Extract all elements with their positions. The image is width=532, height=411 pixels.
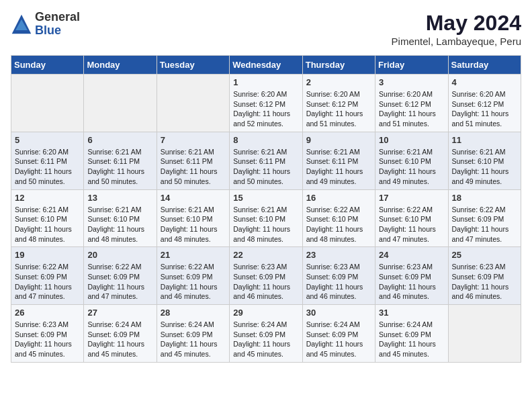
day-number: 15 bbox=[233, 193, 298, 203]
day-info: Sunrise: 6:21 AM Sunset: 6:10 PM Dayligh… bbox=[87, 205, 152, 244]
day-info: Sunrise: 6:22 AM Sunset: 6:09 PM Dayligh… bbox=[452, 205, 517, 244]
day-info: Sunrise: 6:21 AM Sunset: 6:10 PM Dayligh… bbox=[15, 205, 80, 244]
day-info: Sunrise: 6:21 AM Sunset: 6:11 PM Dayligh… bbox=[161, 147, 226, 187]
day-number: 7 bbox=[161, 135, 226, 145]
calendar-cell: 4Sunrise: 6:20 AM Sunset: 6:12 PM Daylig… bbox=[448, 75, 521, 132]
day-number: 21 bbox=[161, 250, 226, 260]
calendar-cell: 23Sunrise: 6:23 AM Sunset: 6:09 PM Dayli… bbox=[302, 247, 375, 305]
calendar-cell: 21Sunrise: 6:22 AM Sunset: 6:09 PM Dayli… bbox=[157, 247, 229, 305]
day-number: 30 bbox=[306, 308, 371, 318]
day-info: Sunrise: 6:21 AM Sunset: 6:11 PM Dayligh… bbox=[306, 147, 371, 187]
day-number: 20 bbox=[87, 250, 152, 260]
calendar-cell: 13Sunrise: 6:21 AM Sunset: 6:10 PM Dayli… bbox=[84, 189, 157, 247]
calendar-cell: 30Sunrise: 6:24 AM Sunset: 6:09 PM Dayli… bbox=[302, 305, 375, 363]
day-info: Sunrise: 6:21 AM Sunset: 6:10 PM Dayligh… bbox=[452, 147, 517, 187]
calendar-cell: 25Sunrise: 6:23 AM Sunset: 6:09 PM Dayli… bbox=[448, 247, 521, 305]
day-info: Sunrise: 6:23 AM Sunset: 6:09 PM Dayligh… bbox=[379, 262, 444, 302]
calendar-cell: 2Sunrise: 6:20 AM Sunset: 6:12 PM Daylig… bbox=[302, 75, 375, 132]
calendar-cell: 14Sunrise: 6:21 AM Sunset: 6:10 PM Dayli… bbox=[157, 189, 229, 247]
day-number: 19 bbox=[15, 250, 80, 260]
calendar-cell: 5Sunrise: 6:20 AM Sunset: 6:11 PM Daylig… bbox=[11, 132, 84, 189]
day-info: Sunrise: 6:22 AM Sunset: 6:09 PM Dayligh… bbox=[161, 262, 226, 302]
calendar-cell: 27Sunrise: 6:24 AM Sunset: 6:09 PM Dayli… bbox=[84, 305, 157, 363]
calendar-cell: 15Sunrise: 6:21 AM Sunset: 6:10 PM Dayli… bbox=[230, 189, 302, 247]
day-info: Sunrise: 6:23 AM Sunset: 6:09 PM Dayligh… bbox=[306, 262, 371, 302]
day-number: 25 bbox=[452, 250, 517, 260]
day-number: 11 bbox=[452, 135, 517, 145]
day-number: 22 bbox=[233, 250, 298, 260]
calendar-cell: 26Sunrise: 6:23 AM Sunset: 6:09 PM Dayli… bbox=[11, 305, 84, 363]
logo-icon bbox=[11, 13, 32, 35]
day-number: 6 bbox=[87, 135, 152, 145]
day-info: Sunrise: 6:22 AM Sunset: 6:09 PM Dayligh… bbox=[15, 262, 80, 302]
day-info: Sunrise: 6:24 AM Sunset: 6:09 PM Dayligh… bbox=[306, 320, 371, 359]
calendar-cell: 11Sunrise: 6:21 AM Sunset: 6:10 PM Dayli… bbox=[448, 132, 521, 189]
day-info: Sunrise: 6:21 AM Sunset: 6:11 PM Dayligh… bbox=[233, 147, 298, 187]
weekday-header-wednesday: Wednesday bbox=[230, 56, 302, 75]
day-number: 14 bbox=[161, 193, 226, 203]
day-info: Sunrise: 6:21 AM Sunset: 6:10 PM Dayligh… bbox=[161, 205, 226, 244]
calendar-cell: 8Sunrise: 6:21 AM Sunset: 6:11 PM Daylig… bbox=[230, 132, 302, 189]
day-number: 2 bbox=[306, 77, 371, 87]
calendar-cell: 22Sunrise: 6:23 AM Sunset: 6:09 PM Dayli… bbox=[230, 247, 302, 305]
day-number: 18 bbox=[452, 193, 517, 203]
main-title: May 2024 bbox=[392, 11, 521, 36]
calendar-cell: 9Sunrise: 6:21 AM Sunset: 6:11 PM Daylig… bbox=[302, 132, 375, 189]
logo-text: General Blue bbox=[35, 11, 80, 38]
calendar-week-2: 5Sunrise: 6:20 AM Sunset: 6:11 PM Daylig… bbox=[11, 132, 521, 189]
day-info: Sunrise: 6:21 AM Sunset: 6:10 PM Dayligh… bbox=[233, 205, 298, 244]
day-number: 16 bbox=[306, 193, 371, 203]
calendar-cell: 31Sunrise: 6:24 AM Sunset: 6:09 PM Dayli… bbox=[375, 305, 448, 363]
day-info: Sunrise: 6:24 AM Sunset: 6:09 PM Dayligh… bbox=[161, 320, 226, 359]
day-info: Sunrise: 6:21 AM Sunset: 6:11 PM Dayligh… bbox=[87, 147, 152, 187]
logo-blue-text: Blue bbox=[35, 24, 80, 38]
day-info: Sunrise: 6:20 AM Sunset: 6:12 PM Dayligh… bbox=[306, 89, 371, 129]
day-number: 5 bbox=[15, 135, 80, 145]
calendar-cell: 17Sunrise: 6:22 AM Sunset: 6:10 PM Dayli… bbox=[375, 189, 448, 247]
day-info: Sunrise: 6:22 AM Sunset: 6:09 PM Dayligh… bbox=[87, 262, 152, 302]
page-header: General Blue May 2024 Pimentel, Lambayeq… bbox=[11, 11, 521, 47]
calendar-cell: 29Sunrise: 6:24 AM Sunset: 6:09 PM Dayli… bbox=[230, 305, 302, 363]
day-number: 3 bbox=[379, 77, 444, 87]
calendar-week-4: 19Sunrise: 6:22 AM Sunset: 6:09 PM Dayli… bbox=[11, 247, 521, 305]
calendar-cell: 7Sunrise: 6:21 AM Sunset: 6:11 PM Daylig… bbox=[157, 132, 229, 189]
day-info: Sunrise: 6:20 AM Sunset: 6:12 PM Dayligh… bbox=[452, 89, 517, 129]
day-info: Sunrise: 6:24 AM Sunset: 6:09 PM Dayligh… bbox=[379, 320, 444, 359]
calendar-table: SundayMondayTuesdayWednesdayThursdayFrid… bbox=[11, 55, 521, 363]
day-number: 1 bbox=[233, 77, 298, 87]
calendar-cell: 20Sunrise: 6:22 AM Sunset: 6:09 PM Dayli… bbox=[84, 247, 157, 305]
weekday-header-row: SundayMondayTuesdayWednesdayThursdayFrid… bbox=[11, 56, 521, 75]
day-number: 10 bbox=[379, 135, 444, 145]
weekday-header-saturday: Saturday bbox=[448, 56, 521, 75]
day-info: Sunrise: 6:20 AM Sunset: 6:12 PM Dayligh… bbox=[379, 89, 444, 129]
calendar-cell: 24Sunrise: 6:23 AM Sunset: 6:09 PM Dayli… bbox=[375, 247, 448, 305]
calendar-cell: 19Sunrise: 6:22 AM Sunset: 6:09 PM Dayli… bbox=[11, 247, 84, 305]
day-number: 29 bbox=[233, 308, 298, 318]
day-info: Sunrise: 6:22 AM Sunset: 6:10 PM Dayligh… bbox=[379, 205, 444, 244]
day-number: 28 bbox=[161, 308, 226, 318]
weekday-header-tuesday: Tuesday bbox=[157, 56, 229, 75]
calendar-cell: 3Sunrise: 6:20 AM Sunset: 6:12 PM Daylig… bbox=[375, 75, 448, 132]
calendar-cell: 28Sunrise: 6:24 AM Sunset: 6:09 PM Dayli… bbox=[157, 305, 229, 363]
subtitle: Pimentel, Lambayeque, Peru bbox=[392, 36, 521, 47]
weekday-header-sunday: Sunday bbox=[11, 56, 84, 75]
day-info: Sunrise: 6:23 AM Sunset: 6:09 PM Dayligh… bbox=[233, 262, 298, 302]
calendar-cell: 1Sunrise: 6:20 AM Sunset: 6:12 PM Daylig… bbox=[230, 75, 302, 132]
calendar-cell: 10Sunrise: 6:21 AM Sunset: 6:10 PM Dayli… bbox=[375, 132, 448, 189]
day-number: 12 bbox=[15, 193, 80, 203]
day-info: Sunrise: 6:24 AM Sunset: 6:09 PM Dayligh… bbox=[87, 320, 152, 359]
day-number: 23 bbox=[306, 250, 371, 260]
weekday-header-thursday: Thursday bbox=[302, 56, 375, 75]
weekday-header-monday: Monday bbox=[84, 56, 157, 75]
calendar-cell bbox=[157, 75, 229, 132]
day-info: Sunrise: 6:21 AM Sunset: 6:10 PM Dayligh… bbox=[379, 147, 444, 187]
calendar-cell: 18Sunrise: 6:22 AM Sunset: 6:09 PM Dayli… bbox=[448, 189, 521, 247]
calendar-cell bbox=[11, 75, 84, 132]
calendar-week-1: 1Sunrise: 6:20 AM Sunset: 6:12 PM Daylig… bbox=[11, 75, 521, 132]
day-info: Sunrise: 6:22 AM Sunset: 6:10 PM Dayligh… bbox=[306, 205, 371, 244]
calendar-cell bbox=[84, 75, 157, 132]
day-info: Sunrise: 6:24 AM Sunset: 6:09 PM Dayligh… bbox=[233, 320, 298, 359]
day-info: Sunrise: 6:20 AM Sunset: 6:12 PM Dayligh… bbox=[233, 89, 298, 129]
day-number: 17 bbox=[379, 193, 444, 203]
day-number: 26 bbox=[15, 308, 80, 318]
